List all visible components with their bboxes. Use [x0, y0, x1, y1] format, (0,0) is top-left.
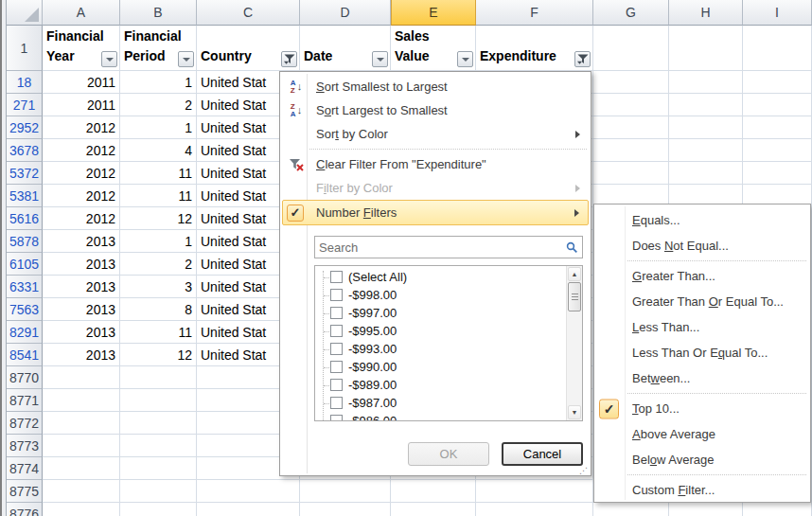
checkbox[interactable]: [330, 307, 343, 319]
filter-applied-button[interactable]: [574, 51, 591, 67]
header-cell-A[interactable]: Financial Year: [43, 26, 120, 71]
checkbox[interactable]: [330, 361, 343, 373]
scrollbar[interactable]: ▲ ▼: [566, 266, 582, 420]
row-header-5381[interactable]: 5381: [7, 185, 43, 207]
cell-I-row8776[interactable]: [743, 503, 812, 516]
row-header-5616[interactable]: 5616: [7, 207, 43, 230]
submenu-item-above-average[interactable]: Above Average: [594, 421, 810, 447]
column-header-F[interactable]: F: [476, 0, 593, 26]
cell-A-row18[interactable]: 2011: [43, 71, 120, 94]
cell-I-row2952[interactable]: [743, 116, 812, 139]
cell-G-row5372[interactable]: [593, 162, 669, 185]
cell-B-row5372[interactable]: 11: [120, 162, 197, 185]
cell-H-row18[interactable]: [669, 71, 743, 94]
checkbox[interactable]: [330, 379, 343, 391]
cell-A-row8776[interactable]: [43, 503, 120, 516]
column-header-A[interactable]: A: [43, 0, 120, 26]
row-header-8541[interactable]: 8541: [7, 344, 43, 366]
row-header-8291[interactable]: 8291: [7, 321, 43, 344]
row-header-8776[interactable]: 8776: [7, 503, 43, 516]
cell-G1[interactable]: [593, 26, 669, 71]
submenu-item-equals[interactable]: Equals...: [594, 207, 810, 233]
cell-A-row6331[interactable]: 2013: [43, 276, 120, 298]
list-item[interactable]: -$989.00: [315, 376, 566, 394]
cell-G-row18[interactable]: [593, 71, 669, 94]
resize-grip[interactable]: [579, 466, 588, 475]
cell-C-row8776[interactable]: [197, 503, 300, 516]
cell-A-row8770[interactable]: [43, 366, 120, 389]
column-header-D[interactable]: D: [300, 0, 391, 26]
submenu-item-top-10[interactable]: ✓Top 10...: [594, 396, 810, 421]
cell-A-row8771[interactable]: [43, 389, 120, 412]
row-header-8774[interactable]: 8774: [7, 457, 43, 480]
checkbox[interactable]: [330, 415, 343, 420]
submenu-item-does-not-equal[interactable]: Does Not Equal...: [594, 233, 810, 258]
cell-B-row271[interactable]: 2: [120, 94, 197, 116]
cell-B-row6105[interactable]: 2: [120, 253, 197, 276]
cell-B-row6331[interactable]: 3: [120, 276, 197, 298]
list-item[interactable]: -$997.00: [315, 304, 566, 322]
cell-B-row8775[interactable]: [120, 480, 197, 503]
cell-E-row8775[interactable]: [391, 480, 476, 503]
cell-D-row8775[interactable]: [300, 480, 391, 503]
cell-F-row8776[interactable]: [476, 503, 593, 516]
cell-G-row3678[interactable]: [593, 139, 669, 162]
cell-H-row8776[interactable]: [669, 503, 743, 516]
cell-D-row8776[interactable]: [300, 503, 391, 516]
cell-B-row5878[interactable]: 1: [120, 230, 197, 253]
cell-G-row8776[interactable]: [593, 503, 669, 516]
menu-item-sort-smallest-to-largest[interactable]: AZ↓Sort Smallest to Largest: [282, 75, 589, 98]
row-header-2952[interactable]: 2952: [7, 116, 43, 139]
cell-A-row5381[interactable]: 2012: [43, 185, 120, 207]
row-header-18[interactable]: 18: [7, 71, 43, 94]
row-header-6331[interactable]: 6331: [7, 276, 43, 298]
list-item[interactable]: -$998.00: [315, 286, 566, 304]
checkbox[interactable]: [330, 289, 343, 301]
row-header-7563[interactable]: 7563: [7, 298, 43, 321]
cell-B-row8770[interactable]: [120, 366, 197, 389]
row-header-5372[interactable]: 5372: [7, 162, 43, 185]
submenu-item-below-average[interactable]: Below Average: [594, 447, 810, 472]
cell-A-row8775[interactable]: [43, 480, 120, 503]
row-header-271[interactable]: 271: [7, 94, 43, 116]
cell-A-row6105[interactable]: 2013: [43, 253, 120, 276]
cell-A-row271[interactable]: 2011: [43, 94, 120, 116]
cell-E-row8776[interactable]: [391, 503, 476, 516]
row-header-5878[interactable]: 5878: [7, 230, 43, 253]
submenu-item-between[interactable]: Between...: [594, 365, 810, 391]
checkbox[interactable]: [330, 271, 343, 283]
row-header-1[interactable]: 1: [7, 26, 43, 71]
cell-A-row3678[interactable]: 2012: [43, 139, 120, 162]
list-item[interactable]: (Select All): [315, 268, 566, 286]
cell-G-row2952[interactable]: [593, 116, 669, 139]
cell-B-row5616[interactable]: 12: [120, 207, 197, 230]
cell-H-row2952[interactable]: [669, 116, 743, 139]
submenu-item-greater-than-or-equal-to[interactable]: Greater Than Or Equal To...: [594, 289, 810, 314]
list-item[interactable]: -$987.00: [315, 394, 566, 412]
cancel-button[interactable]: Cancel: [502, 442, 583, 466]
ok-button[interactable]: OK: [408, 442, 489, 466]
cell-A-row8773[interactable]: [43, 435, 120, 457]
cell-I-row5372[interactable]: [743, 162, 812, 185]
cell-I-row18[interactable]: [743, 71, 812, 94]
submenu-item-less-than-or-equal-to[interactable]: Less Than Or Equal To...: [594, 340, 810, 365]
scrollbar-up-icon[interactable]: ▲: [568, 267, 581, 281]
cell-A-row8541[interactable]: 2013: [43, 344, 120, 366]
cell-B-row7563[interactable]: 8: [120, 298, 197, 321]
list-item[interactable]: -$993.00: [315, 340, 566, 358]
row-header-8773[interactable]: 8773: [7, 435, 43, 457]
submenu-item-greater-than[interactable]: Greater Than...: [594, 263, 810, 289]
cell-B-row8772[interactable]: [120, 412, 197, 435]
cell-B-row3678[interactable]: 4: [120, 139, 197, 162]
cell-A-row5616[interactable]: 2012: [43, 207, 120, 230]
cell-I-row3678[interactable]: [743, 139, 812, 162]
header-cell-E[interactable]: Sales Value: [391, 26, 476, 71]
filter-dropdown-button[interactable]: [372, 51, 388, 67]
submenu-item-custom-filter[interactable]: Custom Filter...: [594, 477, 810, 503]
column-header-H[interactable]: H: [669, 0, 743, 26]
cell-B-row8773[interactable]: [120, 435, 197, 457]
row-header-8770[interactable]: 8770: [7, 366, 43, 389]
cell-B-row8291[interactable]: 11: [120, 321, 197, 344]
submenu-item-less-than[interactable]: Less Than...: [594, 314, 810, 340]
column-header-B[interactable]: B: [120, 0, 197, 26]
